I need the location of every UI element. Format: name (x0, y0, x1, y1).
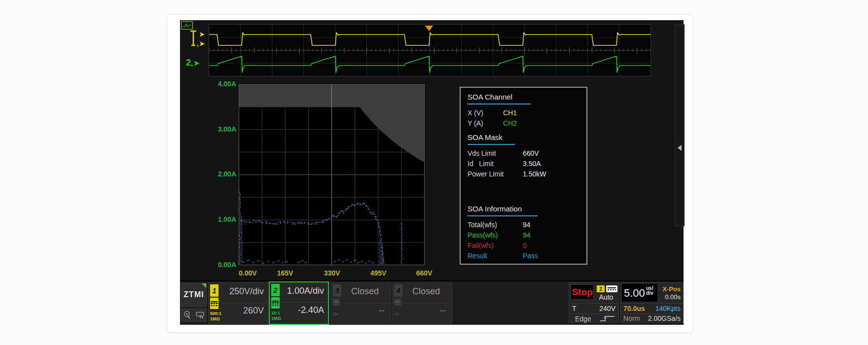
soa-results-panel: SOA Channel X (V) CH1 Y (A) CH2 SOA Mask… (460, 87, 587, 265)
timebase-unit: us/ div (646, 286, 653, 296)
soa-mask-title: SOA Mask (468, 133, 582, 143)
oscilloscope-screen: ➤ s➤ 2s➤ 4.00A 3.00A 2.00A 1.00A 0.00A 0… (180, 20, 684, 325)
trigger-t-icon (190, 30, 197, 48)
status-bar: ZTMI 1 (180, 280, 684, 325)
title-underline (468, 215, 538, 216)
ch1-offset-value: 260V (243, 306, 264, 316)
soa-x-tick: 660V (410, 269, 438, 277)
slope-suffix: s (197, 43, 199, 48)
ch2-scale: 1.00A/div (287, 286, 324, 296)
ch2-marker-label: 2 (186, 58, 191, 68)
soa-plot-canvas (239, 84, 425, 265)
id-limit-label: Id Limit (468, 160, 523, 168)
power-limit-value: 1.50kW (523, 170, 546, 178)
waveform-preview-canvas (209, 25, 651, 76)
trigger-source-badge: 1 (597, 285, 605, 292)
acquire-mode: Norm (623, 314, 640, 322)
ch3-status: Closed (351, 286, 379, 297)
soa-channel-title: SOA Channel (468, 93, 582, 103)
total-wfs-value: 94 (523, 221, 531, 229)
pass-wfs-value: 94 (523, 231, 531, 239)
xpos-value: 0.00s (665, 293, 681, 301)
page: ➤ s➤ 2s➤ 4.00A 3.00A 2.00A 1.00A 0.00A 0… (0, 0, 868, 345)
ch1-position-marker[interactable]: s➤ (197, 39, 205, 47)
title-underline (468, 144, 515, 145)
soa-information-title: SOA Information (468, 205, 582, 214)
total-wfs-row: Total(wfs) 94 (468, 219, 582, 230)
capture-duration: 70.0us (623, 305, 645, 312)
ch2-offset-value: -2.40A (298, 305, 324, 315)
ch3-probe-info: -:- (333, 311, 338, 316)
rising-edge-icon (600, 315, 615, 322)
ch1-trigger-arrow-icon[interactable]: ➤ (199, 31, 205, 37)
soa-x-tick: 495V (364, 269, 392, 277)
id-limit-row: Id Limit 3.50A (468, 158, 582, 169)
acquisition-state[interactable]: Stop (571, 284, 594, 300)
soa-x-channel-row: X (V) CH1 (468, 107, 582, 118)
soa-y-tick: 4.00A (211, 80, 236, 89)
divider (209, 303, 268, 303)
power-limit-row: Power Limit 1.50kW (468, 169, 582, 179)
fail-wfs-row: Fail(wfs) 0 (468, 240, 582, 250)
waveform-preview-strip[interactable] (209, 24, 651, 76)
soa-y-tick: 3.00A (211, 125, 236, 134)
id-limit-value: 3.50A (523, 160, 541, 168)
ch1-dc-coupling-icon (210, 298, 218, 309)
result-label: Result (468, 252, 523, 260)
divider (569, 303, 618, 304)
vds-limit-value: 660V (523, 149, 539, 157)
brand-logo[interactable]: ZTMI (181, 283, 207, 307)
pass-wfs-row: Pass(wfs) 94 (468, 230, 582, 240)
ch3-offset-value: -- (379, 306, 385, 316)
channel-1-block[interactable]: 1 500:1 1MΩ 250V/div 260V (208, 282, 268, 324)
logo-corner-flag (202, 283, 206, 288)
ch2-number-badge: 2 (271, 284, 280, 296)
touch-tap-icon (196, 310, 205, 320)
expand-panel-arrow-icon[interactable] (678, 145, 682, 151)
trigger-level-label: T (572, 305, 577, 312)
side-panel-collapsed[interactable] (675, 24, 685, 226)
brand-logo-text: ZTMI (183, 290, 204, 299)
touch-gesture-button[interactable] (181, 309, 193, 322)
ch4-status: Closed (412, 286, 440, 297)
channel-3-block[interactable]: 3 – -:- Closed -- (331, 282, 391, 324)
timebase-scale: 5.00 (624, 287, 645, 300)
ch4-number-badge: 4 (394, 284, 402, 297)
trigger-level-marker[interactable] (190, 30, 197, 48)
y-channel-label: Y (A) (468, 119, 503, 127)
ch2-probe-info: 10:1 1MΩ (271, 310, 281, 321)
soa-y-channel-row: Y (A) CH2 (468, 118, 582, 128)
trigger-level-value: 240V (599, 305, 615, 312)
scope-display-icon[interactable] (181, 21, 193, 30)
timebase-scale-box: 5.00 us/ div (622, 284, 657, 302)
soa-xy-plot (239, 84, 425, 265)
channel-2-block[interactable]: 2 10:1 1MΩ 1.00A/div -2.40A (269, 281, 329, 325)
ch2-ground-marker[interactable]: 2s➤ (186, 58, 199, 68)
x-channel-label: X (V) (468, 109, 503, 117)
ch4-probe-info: -:- (394, 311, 399, 316)
divider (621, 303, 683, 304)
divider (621, 313, 683, 314)
ch3-minus-badge: – (333, 299, 340, 306)
pass-wfs-label: Pass(wfs) (468, 231, 523, 239)
ch3-number-badge: 3 (333, 284, 341, 297)
trigger-coupling-icon (606, 285, 617, 292)
ch1-scale: 250V/div (229, 286, 264, 297)
channel-4-block[interactable]: 4 – -:- Closed -- (392, 282, 452, 324)
divider (569, 313, 618, 314)
soa-y-tick: 2.00A (211, 170, 236, 179)
timebase-status-box[interactable]: 5.00 us/ div X-Pos 0.00s 70.0us 140Kpts … (620, 282, 684, 323)
sample-rate: 2.00GSa/s (648, 314, 681, 322)
ch1-probe-info: 500:1 1MΩ (210, 311, 221, 322)
touch-drag-button[interactable] (194, 309, 207, 322)
soa-y-tick: 0.00A (211, 261, 236, 270)
title-underline (468, 104, 531, 104)
app-window: ➤ s➤ 2s➤ 4.00A 3.00A 2.00A 1.00A 0.00A 0… (167, 14, 693, 333)
result-value: Pass (523, 252, 538, 260)
slope-suffix: s (191, 63, 193, 68)
ch4-offset-value: -- (440, 306, 446, 316)
power-limit-label: Power Limit (468, 170, 523, 178)
divider (393, 303, 452, 303)
trigger-status-box[interactable]: Stop 1 Auto T 240V Edge (569, 282, 619, 323)
trigger-mode: Auto (595, 293, 617, 301)
